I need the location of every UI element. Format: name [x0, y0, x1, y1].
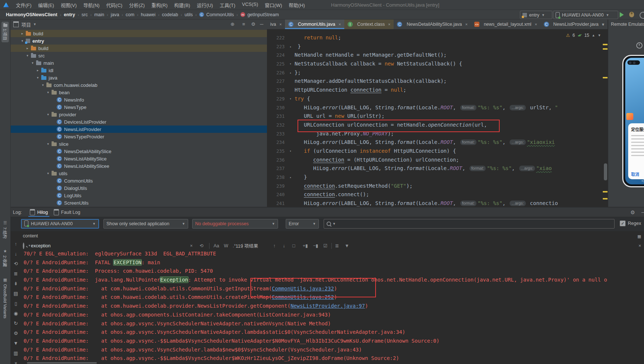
- tree-item-utils[interactable]: ▾utils: [10, 170, 267, 177]
- tree-item-com.huawei.codelab[interactable]: ▾com.huawei.codelab: [10, 81, 267, 89]
- tree-open-arrow-icon[interactable]: ▾: [46, 113, 50, 116]
- tree-item-src[interactable]: ▾src: [10, 52, 267, 59]
- remove-filter-icon[interactable]: −▮: [313, 243, 318, 248]
- phone-screen[interactable]: 定位服务 取消 ◁: [625, 58, 644, 184]
- tree-item-DialogUtils[interactable]: CDialogUtils: [10, 184, 267, 192]
- breadcrumb-item[interactable]: utils: [184, 12, 193, 17]
- breadcrumb-item[interactable]: main: [94, 12, 105, 17]
- tree-closed-arrow-icon[interactable]: ▸: [20, 32, 25, 35]
- fold-open-icon[interactable]: ▾: [286, 95, 295, 103]
- menu-item[interactable]: 文件(F): [13, 1, 35, 8]
- tree-open-arrow-icon[interactable]: ▾: [25, 54, 30, 57]
- log-settings-icon[interactable]: ⚙: [630, 209, 635, 215]
- tree-item-NewsInfo[interactable]: CNewsInfo: [10, 96, 267, 103]
- menu-item[interactable]: 视图(V): [57, 1, 80, 8]
- log-filter-search-input[interactable]: ▼: [324, 219, 615, 229]
- menu-item[interactable]: 帮助(H): [285, 1, 308, 8]
- whole-words-toggle[interactable]: W: [224, 243, 228, 248]
- hide-panel-icon[interactable]: ─: [260, 21, 263, 27]
- tree-open-arrow-icon[interactable]: ▾: [46, 172, 50, 175]
- tree-open-arrow-icon[interactable]: ▾: [30, 61, 35, 65]
- tree-item-slice[interactable]: ▾slice: [10, 140, 267, 148]
- menu-item[interactable]: 编辑(E): [35, 1, 57, 8]
- locate-file-icon[interactable]: ⊕: [230, 21, 235, 27]
- breadcrumb-item[interactable]: HarmonyOSNewsClient: [5, 12, 58, 17]
- breadcrumb-item[interactable]: entry: [63, 12, 76, 17]
- target-device-select[interactable]: HUAWEI ANA-AN00 ▼: [553, 11, 618, 19]
- log-output[interactable]: 70/? E EGL_emulation: eglQuerySurface 31…: [10, 250, 644, 364]
- log-minimize-icon[interactable]: ─: [641, 209, 644, 215]
- menu-item[interactable]: 分析(Z): [126, 1, 148, 8]
- hidden-tabs-dropdown-icon[interactable]: ▼: [601, 20, 605, 29]
- prev-problem-icon[interactable]: ▲: [592, 33, 595, 37]
- fold-open-icon[interactable]: ▾: [286, 147, 295, 156]
- log-process-select[interactable]: No debuggable processes ▼: [192, 219, 278, 229]
- menu-item[interactable]: VCS(S): [239, 1, 261, 8]
- menu-item[interactable]: 重构(R): [148, 1, 171, 8]
- close-search-icon[interactable]: ×: [638, 243, 641, 248]
- tab-fault-log[interactable]: Fault Log: [51, 208, 83, 217]
- menu-item[interactable]: 构建(B): [171, 1, 193, 8]
- log-horizontal-scrollbar[interactable]: [27, 362, 97, 364]
- tree-item-provider[interactable]: ▾provider: [10, 111, 267, 118]
- tab-NewsDetailAbilitySlice.java[interactable]: CNewsDetailAbilitySlice.java×: [394, 20, 471, 29]
- tree-item-build[interactable]: ▸build: [10, 30, 267, 37]
- log-device-select[interactable]: HUAWEI ANA-AN00 ▼: [21, 219, 99, 229]
- log-app-filter-select[interactable]: Show only selected application ▼: [103, 219, 188, 229]
- filter-funnel-icon[interactable]: ▼: [345, 243, 349, 248]
- tool-strip-button[interactable]: 1:项目: [1, 22, 9, 42]
- log-search-input[interactable]: exception: [31, 243, 51, 248]
- clear-search-icon[interactable]: ×: [190, 243, 193, 248]
- breadcrumb-item[interactable]: java: [110, 12, 120, 17]
- emulator-phone[interactable]: 定位服务 取消 ◁: [622, 55, 644, 187]
- tab-news_detail_layout.xml[interactable]: <>news_detail_layout.xml×: [471, 20, 541, 29]
- panel-settings-icon[interactable]: ⚙: [251, 21, 256, 27]
- breadcrumb-item[interactable]: CommonUtils: [205, 12, 235, 17]
- tree-closed-arrow-icon[interactable]: ▸: [25, 46, 30, 50]
- close-icon[interactable]: ×: [535, 22, 537, 26]
- tree-item-ScreenUtils[interactable]: CScreenUtils: [10, 199, 267, 206]
- tree-open-arrow-icon[interactable]: ▾: [46, 91, 50, 94]
- debug-button[interactable]: [629, 12, 634, 17]
- next-problem-icon[interactable]: ▼: [598, 33, 601, 37]
- tree-item-bean[interactable]: ▾bean: [10, 89, 267, 96]
- tree-item-idl[interactable]: ▸idl: [10, 67, 267, 74]
- toggle-filter-icon[interactable]: ☑: [323, 243, 327, 248]
- close-icon[interactable]: ×: [388, 22, 390, 26]
- tool-strip-button[interactable]: ★2:收藏: [1, 247, 9, 269]
- tree-item-NewsListAbilitySlicee[interactable]: CNewsListAbilitySlicee: [10, 162, 267, 170]
- add-filter-icon[interactable]: +▮: [303, 243, 308, 248]
- fold-closed-icon[interactable]: ▴: [286, 173, 295, 182]
- tree-closed-arrow-icon[interactable]: ▸: [35, 68, 40, 72]
- view-mode-icon[interactable]: ▦: [637, 234, 640, 239]
- tree-item-CommonUtils[interactable]: CCommonUtils: [10, 177, 267, 184]
- menu-item[interactable]: 导航(N): [80, 1, 103, 8]
- run-configuration-select[interactable]: entry ▼: [520, 11, 552, 19]
- editor-scrollbar[interactable]: [604, 163, 607, 180]
- tab-iva[interactable]: iva×: [267, 20, 285, 29]
- phone-back-icon[interactable]: ◁: [641, 179, 644, 183]
- prev-occurrence-icon[interactable]: ↑: [273, 243, 275, 248]
- tree-item-build[interactable]: ▸build: [10, 45, 267, 52]
- tab-Context.class[interactable]: IContext.class×: [344, 20, 394, 29]
- log-level-select[interactable]: Error ▼: [286, 219, 319, 229]
- close-icon[interactable]: ×: [465, 22, 467, 26]
- tree-item-NewsDetailAbilitySlice[interactable]: CNewsDetailAbilitySlice: [10, 148, 267, 155]
- fold-open-icon[interactable]: ▾: [286, 60, 295, 68]
- sort-icon[interactable]: ≣: [335, 243, 339, 248]
- menu-item[interactable]: 运行(U): [193, 1, 216, 8]
- tree-item-NewsType[interactable]: CNewsType: [10, 103, 267, 111]
- tree-open-arrow-icon[interactable]: ▾: [41, 83, 45, 87]
- tool-strip-button[interactable]: ☰7:结构: [1, 218, 9, 241]
- close-icon[interactable]: ×: [339, 22, 341, 26]
- tree-item-main[interactable]: ▾main: [10, 59, 267, 67]
- regex-checkbox[interactable]: ✓: [620, 220, 626, 226]
- tab-NewsListProvider.java[interactable]: CNewsListProvider.java×: [541, 20, 608, 29]
- menu-item[interactable]: 窗口(W): [261, 1, 285, 8]
- tree-item-entry[interactable]: ▾entry: [10, 37, 267, 45]
- select-all-occurrences-icon[interactable]: □: [292, 243, 295, 248]
- tree-item-NewsListProvider[interactable]: CNewsListProvider: [10, 126, 267, 133]
- tree-item-LogUtils[interactable]: CLogUtils: [10, 192, 267, 199]
- tab-CommonUtils.java[interactable]: CCommonUtils.java×: [285, 20, 344, 29]
- breadcrumb-item[interactable]: huawei: [140, 12, 156, 17]
